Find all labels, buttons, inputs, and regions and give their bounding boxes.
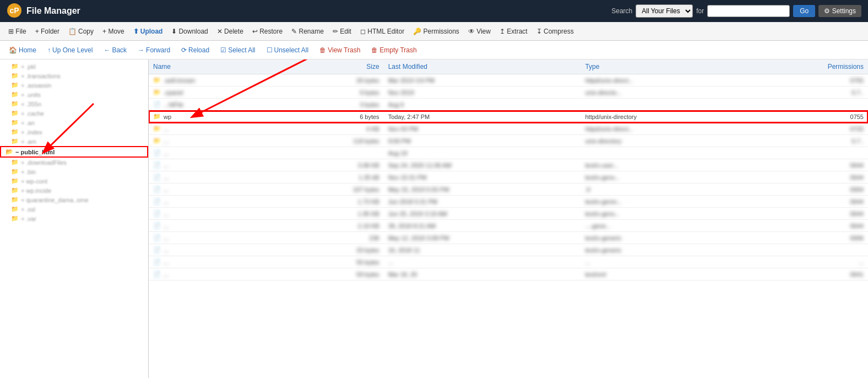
sidebar-item-_am[interactable]: 📁+ .am (0, 137, 148, 146)
file-icon: 📄 (153, 271, 161, 278)
select-all-label: Select All (228, 46, 255, 54)
up-one-level-button[interactable]: ↑ Up One Level (43, 45, 97, 56)
delete-button[interactable]: ✕ Delete (213, 26, 247, 37)
file-icon: 📄 (153, 222, 161, 229)
html-editor-button[interactable]: ◻ HTML Editor (356, 26, 408, 37)
sidebar-item-wp_cont[interactable]: 📁+ wp-cont (0, 176, 148, 186)
sidebar-item-_var[interactable]: 📁+ .var (0, 214, 148, 223)
file-tbody: 📁.well-known26 bytesMar 2019 3:8 PMhttpd… (149, 74, 868, 280)
file-type: ... (581, 256, 745, 268)
view-trash-button[interactable]: 🗑 View Trash (315, 45, 365, 56)
upload-icon: ⬆ (133, 28, 139, 35)
file-modified: 16, 2018 11 (384, 244, 581, 256)
sidebar-item-_index[interactable]: 📁+ .index (0, 127, 148, 137)
sidebar-item-quarantine_dama__ome[interactable]: 📁+ quarantine_dama..ome (0, 195, 148, 204)
table-row[interactable]: 📁...118 bytes9:00 PMunix-directory0.7.. (149, 135, 868, 147)
folder-icon: 📁 (11, 159, 19, 166)
file-modified: 9:00 PM (384, 135, 581, 147)
sidebar-item-_cache[interactable]: 📁+ .cache (0, 109, 148, 118)
sidebar-item-_units[interactable]: 📁+ .units (0, 90, 148, 99)
file-name-text: ... (164, 198, 169, 205)
copy-button[interactable]: 📋 Copy (64, 26, 97, 37)
file-type: .0 (581, 183, 745, 196)
download-button[interactable]: ⬇ Download (167, 26, 211, 37)
unselect-all-button[interactable]: ☐ Unselect All (262, 45, 313, 56)
file-modified: May 12, 2018 3:08 PM (384, 232, 581, 244)
search-input[interactable] (707, 5, 790, 17)
table-row[interactable]: 📁.well-known26 bytesMar 2019 3:8 PMhttpd… (149, 74, 868, 87)
file-type: text/x-genv... (581, 171, 745, 183)
reload-label: Reload (188, 46, 209, 54)
view-trash-label: View Trash (328, 46, 360, 54)
file-type (581, 147, 745, 159)
table-row[interactable]: 📄...107 bytesMay 15, 2019 5:55 PM.00004 (149, 183, 868, 196)
sidebar-item-_355n[interactable]: 📁+ .355n (0, 99, 148, 109)
table-row[interactable]: 📄...55 bytes......... (149, 256, 868, 268)
file-button[interactable]: ⊞ File (4, 26, 30, 37)
table-row[interactable]: 📄...33 bytes16, 2018 11text/x-generic (149, 244, 868, 256)
table-row[interactable]: 📄...Aug 19 (149, 147, 868, 159)
up-label: Up One Level (52, 46, 93, 54)
view-button[interactable]: 👁 View (464, 26, 495, 37)
go-button[interactable]: Go (793, 5, 815, 17)
table-row[interactable]: 📄...3.08 KBSep 24, 2020 11:06 AMtext/x-u… (149, 159, 868, 171)
sidebar-item-_ssl[interactable]: 📁+ .ssl (0, 204, 148, 214)
forward-button[interactable]: → Forward (133, 45, 175, 56)
table-row[interactable]: 📁...4 KBNov 03 PMhttpd/unix-direct...072… (149, 123, 868, 135)
empty-trash-button[interactable]: 🗑 Empty Trash (367, 45, 421, 56)
reload-button[interactable]: ⟳ Reload (177, 45, 214, 56)
sidebar-item-label: + .am (21, 138, 36, 145)
empty-trash-icon: 🗑 (371, 46, 378, 54)
select-all-button[interactable]: ☑ Select All (216, 45, 259, 56)
copy-label: Copy (78, 28, 94, 35)
table-row[interactable]: 📄...1.73 KBJun 2018 5:31 PMtext/x-genm..… (149, 196, 868, 208)
move-button[interactable]: + Move (99, 26, 128, 37)
trash-icon: 🗑 (319, 46, 326, 54)
upload-button[interactable]: ⬆ Upload (129, 26, 167, 37)
folder-icon: 📁 (11, 91, 19, 98)
file-name-text: wp (164, 114, 171, 120)
unselect-all-icon: ☐ (267, 46, 273, 54)
file-name-text: ... (164, 247, 169, 253)
sidebar-item-_downloadfiles[interactable]: 📁+ .downloadFiles (0, 158, 148, 167)
sidebar-item-_an[interactable]: 📁+ .an (0, 118, 148, 127)
back-button[interactable]: ← Back (99, 45, 131, 56)
table-row[interactable]: 📄...59 bytesMar 18, 20text/xml0641 (149, 268, 868, 280)
settings-button[interactable]: ⚙ Settings (818, 5, 861, 17)
delete-label: ✕ Delete (217, 28, 243, 35)
table-row[interactable]: 📁wp6 bytesToday, 2:47 PMhttpd/unix-direc… (149, 111, 868, 123)
restore-button[interactable]: ↩ Restore (248, 26, 286, 37)
search-area: Search All Your Files for Go ⚙ Settings (611, 4, 861, 18)
table-row[interactable]: 📄...htFile3 bytesAug 6 (149, 99, 868, 111)
file-size: 9 bytes (288, 87, 384, 99)
sidebar-item-_bin[interactable]: 📁+ .bin (0, 167, 148, 176)
file-modified: 39, 2018 8:21 AM (384, 220, 581, 232)
table-row[interactable]: 📄...1.95 KBJun 25, 2019 3:19 AMtext/x-ge… (149, 208, 868, 220)
sidebar-item-_assassin[interactable]: 📁+ .assassin (0, 80, 148, 90)
file-size: 118 bytes (288, 135, 384, 147)
folder-icon: 📁 (153, 89, 161, 96)
file-modified: Mar 2019 3:8 PM (384, 74, 581, 87)
compress-button[interactable]: ↧ Compress (533, 26, 578, 37)
table-row[interactable]: 📄...1.35 kBNov 15:31 PMtext/x-genv...064… (149, 171, 868, 183)
back-icon: ← (104, 46, 110, 54)
search-scope-select[interactable]: All Your Files (636, 4, 693, 18)
toolbar: ⊞ File + Folder 📋 Copy + Move ⬆ Upload ⬇… (0, 22, 868, 41)
sidebar-item-public_html[interactable]: 📂− public_html (0, 146, 148, 158)
sidebar-item-_transactions[interactable]: 📁+ .transactions (0, 71, 148, 80)
permissions-button[interactable]: 🔑 Permissions (409, 26, 463, 37)
table-row[interactable]: 📁.cpanel9 bytesNov 2019unix-directo...0.… (149, 87, 868, 99)
main-layout: 📁+ .pkl📁+ .transactions📁+ .assassin📁+ .u… (0, 60, 868, 378)
rename-button[interactable]: ✎ Rename (287, 26, 328, 37)
extract-button[interactable]: ↥ Extract (496, 26, 531, 37)
edit-button[interactable]: ✏ Edit (329, 26, 355, 37)
table-row[interactable]: 📄...236May 12, 2018 3:08 PMtext/x-generi… (149, 232, 868, 244)
folder-icon: 📁 (11, 138, 19, 145)
folder-button[interactable]: + Folder (31, 26, 63, 37)
sidebar-item-wp_incide[interactable]: 📁+ wp.incide (0, 186, 148, 195)
table-row[interactable]: 📄...2.19 KB39, 2018 8:21 AM...-gene...06… (149, 220, 868, 232)
sidebar-item-_pkl[interactable]: 📁+ .pkl (0, 62, 148, 71)
move-label: + Move (102, 28, 124, 35)
home-button[interactable]: 🏠 Home (4, 45, 41, 56)
folder-icon: 📁 (11, 110, 19, 117)
